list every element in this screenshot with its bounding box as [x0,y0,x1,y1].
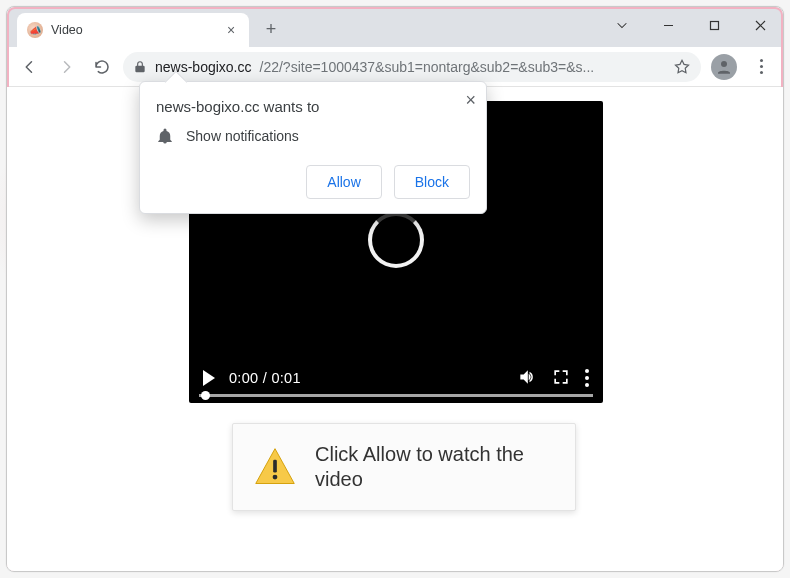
video-more-button[interactable] [585,369,589,387]
window-close-button[interactable] [737,7,783,43]
kebab-icon [760,59,763,74]
profile-avatar[interactable] [711,54,737,80]
svg-point-1 [721,61,727,67]
fullscreen-button[interactable] [551,367,571,390]
svg-point-3 [273,475,278,480]
notification-permission-prompt: × news-bogixo.cc wants to Show notificat… [139,81,487,214]
bookmark-star-icon[interactable] [673,58,691,76]
page-content: 0:00 / 0:01 × news-bogixo.cc wants to [7,87,783,571]
prompt-buttons: Allow Block [156,165,470,199]
window-maximize-button[interactable] [691,7,737,43]
video-time: 0:00 / 0:01 [229,370,301,386]
back-button[interactable] [15,52,45,82]
tab-close-icon[interactable]: × [223,22,239,38]
address-bar[interactable]: news-bogixo.cc/22/?site=1000437&sub1=non… [123,52,701,82]
browser-window: 📣 Video × + [6,6,784,572]
browser-tab[interactable]: 📣 Video × [17,13,249,47]
tab-favicon: 📣 [27,22,43,38]
allow-button[interactable]: Allow [306,165,381,199]
prompt-close-icon[interactable]: × [465,90,476,111]
browser-menu-button[interactable] [747,59,775,74]
caption-dropdown-button[interactable] [599,7,645,43]
instruction-text: Click Allow to watch the video [315,442,555,492]
tab-title: Video [51,23,215,37]
forward-button[interactable] [51,52,81,82]
prompt-permission-label: Show notifications [186,128,299,144]
bell-icon [156,127,174,145]
reload-button[interactable] [87,52,117,82]
svg-rect-0 [710,21,718,29]
prompt-permission-row: Show notifications [156,127,470,145]
address-host: news-bogixo.cc [155,59,252,75]
prompt-origin-text: news-bogixo.cc wants to [156,98,470,115]
volume-button[interactable] [517,367,537,390]
warning-icon [253,445,297,489]
progress-knob[interactable] [201,391,210,400]
video-progress-bar[interactable] [199,394,593,397]
window-minimize-button[interactable] [645,7,691,43]
svg-rect-2 [273,460,277,473]
lock-icon[interactable] [133,60,147,74]
address-path: /22/?site=1000437&sub1=nontarg&sub2=&sub… [260,59,595,75]
new-tab-button[interactable]: + [257,15,285,43]
play-button[interactable] [203,370,215,386]
block-button[interactable]: Block [394,165,470,199]
instruction-card: Click Allow to watch the video [232,423,576,511]
titlebar: 📣 Video × + [7,7,783,47]
loading-spinner-icon [368,212,424,268]
window-controls [599,7,783,47]
